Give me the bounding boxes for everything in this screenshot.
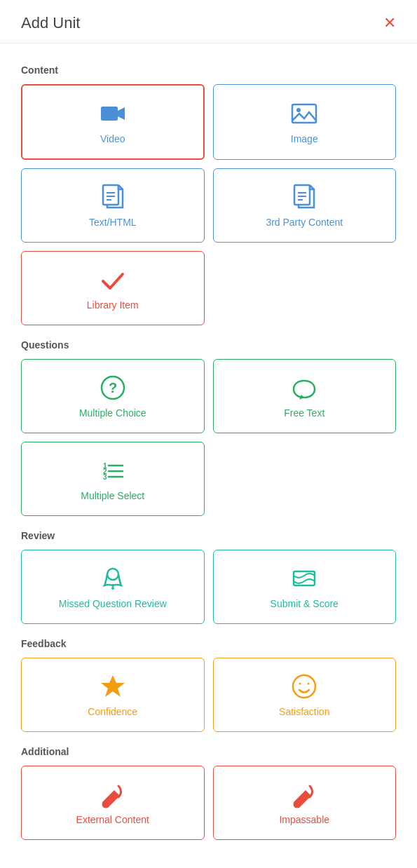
confidence-icon <box>99 672 127 700</box>
svg-rect-2 <box>292 104 316 123</box>
card-image[interactable]: Image <box>213 84 397 160</box>
svg-rect-8 <box>294 185 310 205</box>
library-item-label: Library Item <box>87 299 139 311</box>
multiple-choice-label: Multiple Choice <box>79 407 146 419</box>
satisfaction-icon <box>290 672 318 700</box>
3rd-party-label: 3rd Party Content <box>266 217 343 228</box>
card-3rd-party[interactable]: 3rd Party Content <box>213 168 397 243</box>
free-text-label: Free Text <box>284 407 324 419</box>
missed-question-review-label: Missed Question Review <box>59 598 167 609</box>
library-item-icon <box>99 266 127 294</box>
svg-point-27 <box>308 683 310 685</box>
video-icon <box>99 100 127 128</box>
card-video[interactable]: Video <box>21 84 205 160</box>
card-free-text[interactable]: Free Text <box>213 359 397 433</box>
multiple-choice-icon: ? <box>99 374 127 402</box>
card-library-item[interactable]: Library Item <box>21 251 205 325</box>
section-label-questions: Questions <box>21 339 396 351</box>
card-confidence[interactable]: Confidence <box>21 658 205 732</box>
free-text-icon <box>290 374 318 402</box>
card-submit-score[interactable]: Submit & Score <box>213 550 397 624</box>
svg-point-21 <box>111 587 114 590</box>
external-content-label: External Content <box>76 814 149 825</box>
card-multiple-select[interactable]: 1 2 3 Multiple Select <box>21 442 205 516</box>
external-content-icon <box>99 780 127 808</box>
card-external-content[interactable]: External Content <box>21 766 205 840</box>
satisfaction-label: Satisfaction <box>279 706 329 717</box>
impassable-icon <box>290 780 318 808</box>
section-label-content: Content <box>21 65 396 76</box>
card-text-html[interactable]: Text/HTML <box>21 168 205 243</box>
card-impassable[interactable]: Impassable <box>213 766 397 840</box>
card-multiple-choice[interactable]: ? Multiple Choice <box>21 359 205 433</box>
svg-marker-24 <box>101 675 125 697</box>
multiple-select-icon: 1 2 3 <box>99 456 127 484</box>
svg-point-3 <box>296 108 301 112</box>
text-html-label: Text/HTML <box>89 217 137 228</box>
impassable-label: Impassable <box>279 814 329 825</box>
confidence-label: Confidence <box>88 706 137 717</box>
svg-marker-1 <box>118 107 125 120</box>
section-label-review: Review <box>21 530 396 541</box>
submit-score-icon <box>290 564 318 592</box>
multiple-select-label: Multiple Select <box>81 490 144 501</box>
modal-title: Add Unit <box>21 14 80 32</box>
video-label: Video <box>100 133 125 144</box>
svg-text:?: ? <box>109 380 117 395</box>
svg-rect-4 <box>103 185 118 205</box>
card-missed-question-review[interactable]: Missed Question Review <box>21 550 205 624</box>
image-label: Image <box>291 133 318 144</box>
text-html-icon <box>99 183 127 211</box>
svg-point-26 <box>299 683 301 685</box>
3rd-party-icon <box>290 183 318 211</box>
section-label-additional: Additional <box>21 746 396 757</box>
svg-point-20 <box>107 569 118 580</box>
svg-point-25 <box>293 675 315 698</box>
image-icon <box>290 100 318 128</box>
card-satisfaction[interactable]: Satisfaction <box>213 658 397 732</box>
submit-score-label: Submit & Score <box>271 598 339 609</box>
svg-rect-0 <box>101 107 118 121</box>
section-label-feedback: Feedback <box>21 638 396 649</box>
svg-text:3: 3 <box>103 473 107 481</box>
close-button[interactable]: ✕ <box>383 15 396 31</box>
missed-question-review-icon <box>99 564 127 592</box>
